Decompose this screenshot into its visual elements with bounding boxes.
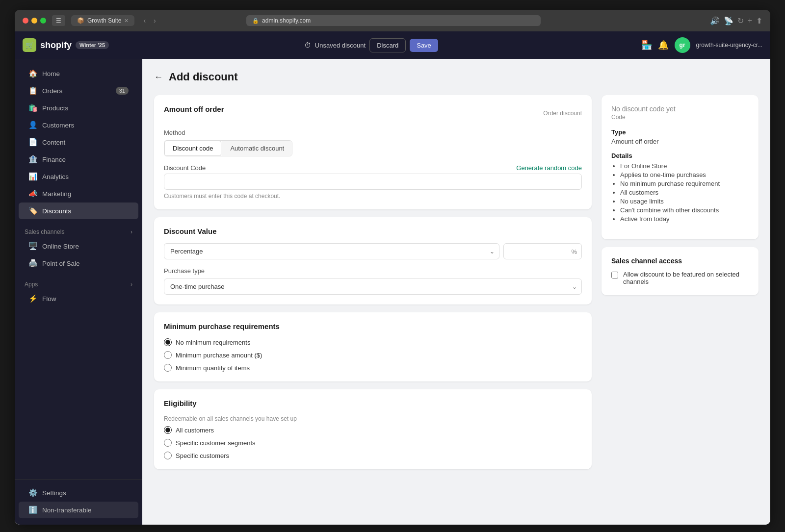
sidebar-item-orders[interactable]: 📋 Orders 31: [19, 82, 138, 99]
list-item: Active from today: [620, 215, 749, 223]
radio-no-min[interactable]: No minimum requirements: [164, 338, 582, 346]
sidebar-item-marketing[interactable]: 📣 Marketing: [19, 185, 138, 202]
sidebar-item-point-of-sale[interactable]: 🖨️ Point of Sale: [19, 255, 138, 272]
back-button[interactable]: ←: [154, 72, 163, 82]
settings-icon: ⚙️: [28, 488, 37, 497]
top-bar: 🛒 shopify Winter '25 ⏱ Unsaved discount …: [15, 31, 770, 59]
sidebar-item-label: Online Store: [42, 243, 79, 250]
details-title: Details: [611, 152, 749, 159]
browser-tab[interactable]: 📦 Growth Suite ✕: [71, 15, 134, 26]
sidebar-item-home[interactable]: 🏠 Home: [19, 65, 138, 82]
back-arrow[interactable]: ‹: [140, 16, 149, 25]
sidebar-item-settings[interactable]: ⚙️ Settings: [19, 484, 138, 501]
order-discount-label: Order discount: [543, 110, 582, 117]
eligibility-radio-all-customers[interactable]: All customers: [164, 426, 582, 434]
sales-channel-checkbox[interactable]: [611, 271, 618, 279]
point-of-sale-icon: 🖨️: [28, 259, 37, 268]
percent-suffix: %: [571, 248, 577, 255]
maximize-button[interactable]: [40, 18, 46, 24]
orders-icon: 📋: [28, 86, 37, 95]
sales-channel-checkbox-label[interactable]: Allow discount to be featured on selecte…: [611, 271, 749, 285]
sidebar-item-flow[interactable]: ⚡ Flow: [19, 290, 138, 307]
list-item: Can't combine with other discounts: [620, 206, 749, 214]
min-purchase-title: Minimum purchase requirements: [164, 322, 582, 330]
sales-channel-card: Sales channel access Allow discount to b…: [602, 247, 759, 295]
all-customers-radio[interactable]: [164, 426, 172, 434]
sidebar-item-content[interactable]: 📄 Content: [19, 134, 138, 151]
audio-icon[interactable]: 🔊: [710, 16, 720, 25]
minimum-purchase-card: Minimum purchase requirements No minimum…: [154, 312, 592, 381]
unsaved-indicator: ⏱ Unsaved discount Discard Save: [117, 38, 626, 52]
forward-arrow[interactable]: ›: [151, 16, 159, 25]
close-button[interactable]: [23, 18, 28, 24]
settings-label: Settings: [42, 489, 66, 497]
min-qty-radio[interactable]: [164, 364, 172, 372]
page-header: ← Add discount: [154, 71, 759, 83]
eligibility-radio-group: All customers Specific customer segments…: [164, 426, 582, 459]
sidebar-item-analytics[interactable]: 📊 Analytics: [19, 168, 138, 185]
avatar[interactable]: gr: [675, 37, 690, 53]
refresh-icon[interactable]: ↻: [737, 16, 744, 25]
sales-channels-expand-icon[interactable]: ›: [131, 228, 132, 235]
sidebar-item-products[interactable]: 🛍️ Products: [19, 100, 138, 116]
sidebar-item-finance[interactable]: 🏦 Finance: [19, 151, 138, 168]
eligibility-radio-specific[interactable]: Specific customers: [164, 452, 582, 459]
segments-radio[interactable]: [164, 439, 172, 447]
amount-off-title: Amount off order: [164, 105, 224, 113]
eligibility-card: Eligibility Redeemable on all sales chan…: [154, 389, 592, 469]
sidebar-item-label: Home: [42, 70, 60, 77]
storefront-icon[interactable]: 🏪: [641, 40, 652, 51]
sidebar-toggle[interactable]: ☰: [52, 15, 65, 26]
home-icon: 🏠: [28, 69, 37, 78]
address-bar[interactable]: 🔒 admin.shopify.com: [246, 15, 541, 26]
sidebar-item-discounts[interactable]: 🏷️ Discounts: [19, 203, 138, 219]
discard-button[interactable]: Discard: [369, 38, 406, 52]
min-amount-radio[interactable]: [164, 351, 172, 359]
tab-close-icon[interactable]: ✕: [124, 18, 129, 24]
unsaved-text: Unsaved discount: [315, 42, 366, 49]
min-qty-label: Minimum quantity of items: [176, 364, 250, 372]
purchase-type-select[interactable]: One-time purchase Subscription Both: [164, 279, 582, 295]
value-type-select[interactable]: Percentage Fixed amount: [164, 243, 499, 259]
sidebar-item-non-transferable[interactable]: ℹ️ Non-transferable: [19, 502, 138, 518]
list-item: For Online Store: [620, 162, 749, 170]
percent-input-wrap: %: [503, 243, 582, 259]
minimize-button[interactable]: [31, 18, 37, 24]
share-icon[interactable]: ⬆: [756, 16, 762, 25]
logo-icon: 🛒: [23, 38, 36, 52]
notification-icon[interactable]: 🔔: [658, 40, 669, 51]
radio-min-qty[interactable]: Minimum quantity of items: [164, 364, 582, 372]
value-type-wrapper: Percentage Fixed amount: [164, 243, 499, 259]
sidebar-item-label: Orders: [42, 87, 62, 95]
discount-value-card: Discount Value Percentage Fixed amount: [154, 217, 592, 304]
discount-code-input[interactable]: [164, 174, 582, 190]
sidebar-item-online-store[interactable]: 🖥️ Online Store: [19, 238, 138, 254]
type-value: Amount off order: [611, 138, 749, 145]
tab-discount-code[interactable]: Discount code: [164, 141, 221, 156]
no-min-radio[interactable]: [164, 338, 172, 346]
url-text: admin.shopify.com: [262, 17, 311, 24]
list-item: All customers: [620, 189, 749, 196]
unsaved-icon: ⏱: [304, 41, 311, 49]
finance-icon: 🏦: [28, 155, 37, 164]
online-store-icon: 🖥️: [28, 242, 37, 251]
cast-icon[interactable]: 📡: [724, 16, 733, 25]
tab-automatic-discount[interactable]: Automatic discount: [222, 141, 292, 156]
top-bar-icons: 🏪 🔔 gr growth-suite-urgency-cr...: [641, 37, 762, 53]
apps-expand-icon[interactable]: ›: [131, 281, 132, 288]
percent-value-input[interactable]: [503, 243, 582, 259]
eligibility-radio-segments[interactable]: Specific customer segments: [164, 439, 582, 447]
shopify-logo: 🛒 shopify Winter '25: [23, 38, 109, 52]
radio-min-amount[interactable]: Minimum purchase amount ($): [164, 351, 582, 359]
code-helper: Customers must enter this code at checko…: [164, 193, 582, 200]
specific-label: Specific customers: [176, 452, 229, 459]
segments-label: Specific customer segments: [176, 439, 256, 447]
specific-radio[interactable]: [164, 452, 172, 459]
new-tab-icon[interactable]: +: [748, 16, 752, 25]
lock-icon: 🔒: [252, 18, 259, 24]
customers-icon: 👤: [28, 121, 37, 129]
sidebar-item-customers[interactable]: 👤 Customers: [19, 117, 138, 133]
generate-random-link[interactable]: Generate random code: [516, 164, 582, 172]
tab-favicon: 📦: [77, 17, 84, 24]
save-button[interactable]: Save: [410, 39, 438, 52]
